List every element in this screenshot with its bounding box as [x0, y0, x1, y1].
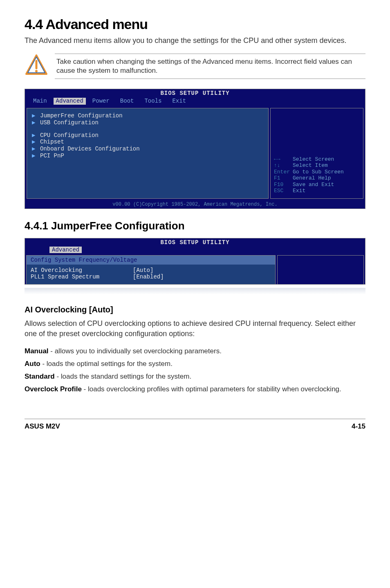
config-row: PLL1 Spread Spectrum [Enabled] [31, 274, 271, 280]
option-standard: Standard - loads the standard settings f… [25, 372, 365, 382]
option-description: Allows selection of CPU overclocking opt… [25, 319, 365, 339]
triangle-right-icon: ▶ [32, 146, 37, 153]
bios-title: BIOS SETUP UTILITY [25, 238, 365, 246]
caution-block: Take caution when changing the settings … [25, 54, 365, 79]
option-overclock-profile: Overclock Profile - loads overclocking p… [25, 385, 365, 394]
footer-page-number: 4-15 [352, 422, 365, 431]
bios-menu-bar: Main Advanced Power Boot Tools Exit [25, 97, 365, 106]
option-heading: AI Overclocking [Auto] [25, 305, 365, 314]
panel-header: Config System Frequency/Voltage [27, 256, 275, 265]
triangle-right-icon: ▶ [32, 119, 37, 126]
option-label: PLL1 Spread Spectrum [31, 274, 133, 280]
bios-side-panel [277, 255, 364, 284]
bios-menu-bar: Advanced [25, 246, 365, 254]
bios-title: BIOS SETUP UTILITY [25, 89, 365, 97]
menu-item: Onboard Devices Configuration [40, 146, 140, 153]
section-heading: 4.4.1 JumperFree Configuration [25, 220, 365, 232]
tab-exit: Exit [168, 98, 190, 105]
tab-power: Power [88, 98, 114, 105]
bios-screenshot-advanced-menu: BIOS SETUP UTILITY Main Advanced Power B… [25, 89, 365, 209]
menu-item: USB Configuration [40, 119, 99, 126]
intro-text: The Advanced menu items allow you to cha… [25, 36, 365, 45]
svg-point-3 [35, 70, 38, 72]
page-title: 4.4 Advanced menu [25, 16, 365, 32]
menu-item: Chipset [40, 139, 64, 146]
fade-gradient [25, 288, 365, 294]
bios-screenshot-jumperfree: BIOS SETUP UTILITY Advanced Config Syste… [25, 238, 365, 285]
tab-advanced: Advanced [54, 98, 86, 105]
triangle-right-icon: ▶ [32, 112, 37, 119]
tab-boot: Boot [116, 98, 138, 105]
menu-item: PCI PnP [40, 153, 64, 159]
bios-help-panel: ←→Select Screen ↑↓Select Item EnterGo to… [270, 108, 363, 199]
caution-text: Take caution when changing the settings … [55, 54, 365, 79]
tab-advanced: Advanced [49, 247, 82, 253]
triangle-right-icon: ▶ [32, 139, 37, 146]
option-label: AI Overclocking [31, 267, 133, 274]
triangle-right-icon: ▶ [32, 153, 37, 159]
page-footer: ASUS M2V 4-15 [25, 419, 365, 431]
tab-main: Main [29, 98, 51, 105]
menu-item: JumperFree Configuration [40, 112, 123, 119]
option-auto: Auto - loads the optimal settings for th… [25, 359, 365, 369]
option-manual: Manual - allows you to individually set … [25, 347, 365, 356]
option-value: [Enabled] [133, 274, 164, 280]
triangle-right-icon: ▶ [32, 132, 37, 139]
menu-item: CPU Configuration [40, 132, 99, 139]
option-value: [Auto] [133, 267, 153, 274]
tab-tools: Tools [140, 98, 166, 105]
bios-menu-items: ▶JumperFree Configuration ▶USB Configura… [27, 108, 269, 199]
warning-icon [25, 54, 49, 79]
bios-copyright: v00.00 (C)Copyright 1985-2002, American … [25, 200, 365, 209]
footer-product: ASUS M2V [25, 422, 60, 431]
config-row: AI Overclocking [Auto] [31, 267, 271, 274]
